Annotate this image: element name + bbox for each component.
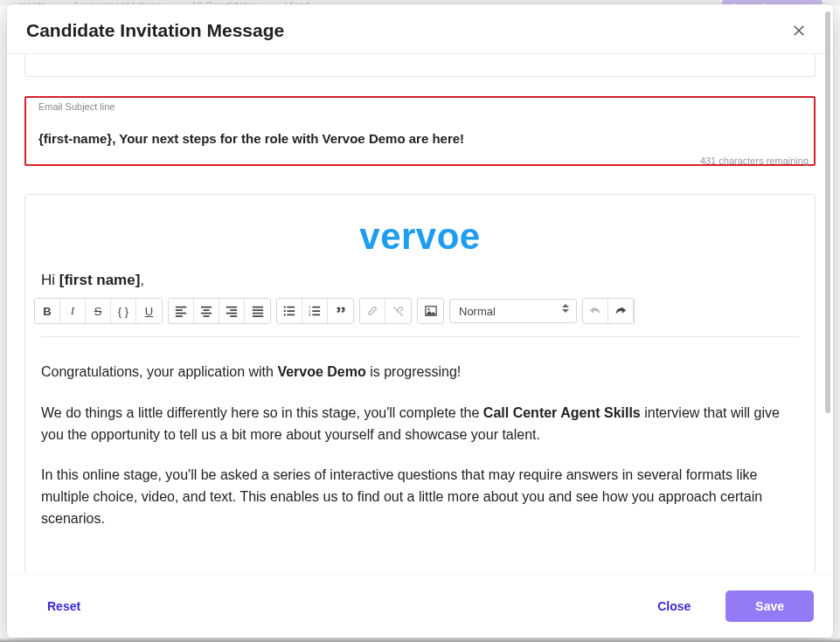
close-button[interactable]: Close <box>645 592 703 620</box>
brand-logo: vervoe <box>359 216 480 258</box>
scrollbar[interactable] <box>824 11 831 466</box>
insert-token-button[interactable]: { } <box>111 299 136 323</box>
align-justify-button[interactable] <box>245 299 270 323</box>
email-body-card: vervoe Hi [first name], B I S { } U <box>24 194 816 574</box>
previous-field-edge <box>24 54 816 77</box>
undo-button[interactable] <box>583 299 608 323</box>
svg-point-1 <box>284 310 286 312</box>
blockquote-button[interactable] <box>328 299 353 323</box>
bold-button[interactable]: B <box>35 299 60 323</box>
paragraph-format-select[interactable]: Normal <box>449 299 577 323</box>
redo-button[interactable] <box>608 299 634 323</box>
save-button[interactable]: Save <box>725 590 814 622</box>
email-body-editor[interactable]: Congratulations, your application with V… <box>25 337 815 574</box>
link-button[interactable] <box>360 299 385 323</box>
body-paragraph-3: In this online stage, you'll be asked a … <box>41 465 799 529</box>
subject-char-remaining: 431 characters remaining <box>700 155 809 166</box>
svg-point-2 <box>284 314 286 315</box>
image-button[interactable] <box>418 299 443 323</box>
close-icon[interactable] <box>789 21 809 40</box>
unlink-button[interactable] <box>385 299 411 323</box>
subject-label: Email Subject line <box>38 101 115 112</box>
underline-button[interactable]: U <box>136 299 162 323</box>
body-paragraph-2: We do things a little differently here s… <box>41 403 799 446</box>
dialog-title: Candidate Invitation Message <box>26 20 284 41</box>
align-right-button[interactable] <box>219 299 245 323</box>
subject-value: {first-name}, Your next steps for the ro… <box>38 131 802 146</box>
reset-button[interactable]: Reset <box>35 592 93 620</box>
greeting-line: Hi [first name], <box>25 266 815 298</box>
select-caret-icon <box>562 304 569 313</box>
editor-toolbar: B I S { } U 123 <box>34 298 799 324</box>
align-left-button[interactable] <box>169 299 194 323</box>
italic-button[interactable]: I <box>60 299 86 323</box>
invitation-dialog: Candidate Invitation Message Email Subje… <box>7 4 833 638</box>
bullet-list-button[interactable] <box>277 299 302 323</box>
align-center-button[interactable] <box>194 299 219 323</box>
svg-point-7 <box>427 308 429 310</box>
strikethrough-button[interactable]: S <box>86 299 111 323</box>
scrollbar-thumb[interactable] <box>825 11 830 413</box>
svg-text:3: 3 <box>309 313 311 317</box>
ordered-list-button[interactable]: 123 <box>302 299 328 323</box>
body-paragraph-1: Congratulations, your application with V… <box>41 362 799 383</box>
email-subject-field[interactable]: Email Subject line {first-name}, Your ne… <box>24 96 816 166</box>
svg-point-0 <box>284 306 286 307</box>
